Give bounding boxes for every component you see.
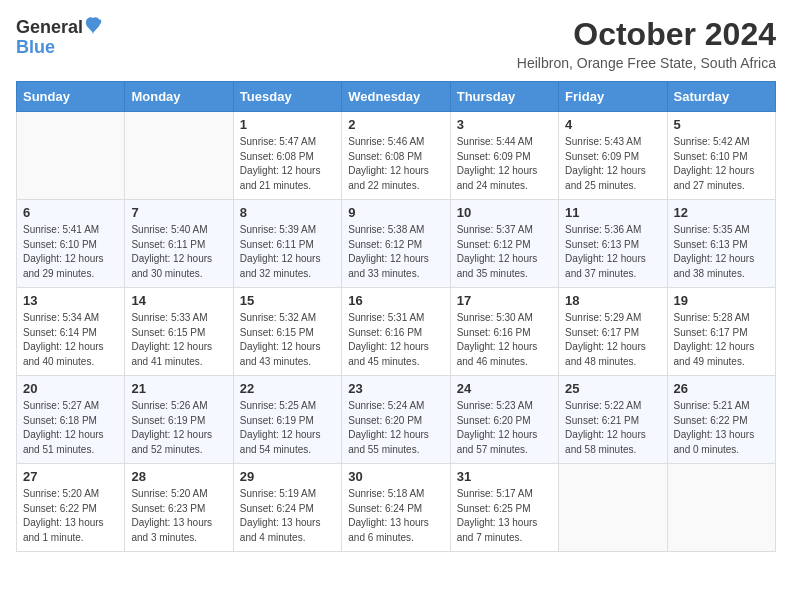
calendar-cell: 6Sunrise: 5:41 AMSunset: 6:10 PMDaylight… [17,200,125,288]
header-tuesday: Tuesday [233,82,341,112]
day-number: 13 [23,293,118,308]
day-sun-info: Sunrise: 5:35 AMSunset: 6:13 PMDaylight:… [674,223,769,281]
calendar-cell: 11Sunrise: 5:36 AMSunset: 6:13 PMDayligh… [559,200,667,288]
calendar-cell: 8Sunrise: 5:39 AMSunset: 6:11 PMDaylight… [233,200,341,288]
day-number: 25 [565,381,660,396]
day-sun-info: Sunrise: 5:26 AMSunset: 6:19 PMDaylight:… [131,399,226,457]
calendar-cell: 18Sunrise: 5:29 AMSunset: 6:17 PMDayligh… [559,288,667,376]
calendar-cell: 31Sunrise: 5:17 AMSunset: 6:25 PMDayligh… [450,464,558,552]
logo-bird-icon [84,16,102,38]
calendar-week-row: 27Sunrise: 5:20 AMSunset: 6:22 PMDayligh… [17,464,776,552]
calendar-header-row: SundayMondayTuesdayWednesdayThursdayFrid… [17,82,776,112]
day-number: 11 [565,205,660,220]
day-number: 14 [131,293,226,308]
day-number: 21 [131,381,226,396]
calendar-cell: 24Sunrise: 5:23 AMSunset: 6:20 PMDayligh… [450,376,558,464]
day-sun-info: Sunrise: 5:32 AMSunset: 6:15 PMDaylight:… [240,311,335,369]
calendar-cell: 13Sunrise: 5:34 AMSunset: 6:14 PMDayligh… [17,288,125,376]
day-sun-info: Sunrise: 5:36 AMSunset: 6:13 PMDaylight:… [565,223,660,281]
calendar-cell: 27Sunrise: 5:20 AMSunset: 6:22 PMDayligh… [17,464,125,552]
calendar-cell: 10Sunrise: 5:37 AMSunset: 6:12 PMDayligh… [450,200,558,288]
day-number: 17 [457,293,552,308]
calendar-cell: 28Sunrise: 5:20 AMSunset: 6:23 PMDayligh… [125,464,233,552]
calendar-cell [559,464,667,552]
day-number: 16 [348,293,443,308]
day-sun-info: Sunrise: 5:22 AMSunset: 6:21 PMDaylight:… [565,399,660,457]
day-sun-info: Sunrise: 5:17 AMSunset: 6:25 PMDaylight:… [457,487,552,545]
day-number: 29 [240,469,335,484]
day-number: 12 [674,205,769,220]
day-sun-info: Sunrise: 5:34 AMSunset: 6:14 PMDaylight:… [23,311,118,369]
day-sun-info: Sunrise: 5:24 AMSunset: 6:20 PMDaylight:… [348,399,443,457]
title-area: October 2024 Heilbron, Orange Free State… [517,16,776,71]
day-sun-info: Sunrise: 5:18 AMSunset: 6:24 PMDaylight:… [348,487,443,545]
day-sun-info: Sunrise: 5:43 AMSunset: 6:09 PMDaylight:… [565,135,660,193]
calendar-cell: 21Sunrise: 5:26 AMSunset: 6:19 PMDayligh… [125,376,233,464]
calendar-cell: 1Sunrise: 5:47 AMSunset: 6:08 PMDaylight… [233,112,341,200]
header-thursday: Thursday [450,82,558,112]
day-number: 30 [348,469,443,484]
day-number: 27 [23,469,118,484]
day-number: 28 [131,469,226,484]
day-number: 20 [23,381,118,396]
day-sun-info: Sunrise: 5:44 AMSunset: 6:09 PMDaylight:… [457,135,552,193]
day-sun-info: Sunrise: 5:41 AMSunset: 6:10 PMDaylight:… [23,223,118,281]
calendar-cell [125,112,233,200]
calendar-cell: 20Sunrise: 5:27 AMSunset: 6:18 PMDayligh… [17,376,125,464]
header-sunday: Sunday [17,82,125,112]
page-header: General Blue October 2024 Heilbron, Oran… [16,16,776,71]
calendar-cell: 14Sunrise: 5:33 AMSunset: 6:15 PMDayligh… [125,288,233,376]
calendar-cell: 12Sunrise: 5:35 AMSunset: 6:13 PMDayligh… [667,200,775,288]
day-sun-info: Sunrise: 5:27 AMSunset: 6:18 PMDaylight:… [23,399,118,457]
day-sun-info: Sunrise: 5:25 AMSunset: 6:19 PMDaylight:… [240,399,335,457]
calendar-cell: 26Sunrise: 5:21 AMSunset: 6:22 PMDayligh… [667,376,775,464]
calendar-cell: 9Sunrise: 5:38 AMSunset: 6:12 PMDaylight… [342,200,450,288]
calendar-cell: 7Sunrise: 5:40 AMSunset: 6:11 PMDaylight… [125,200,233,288]
logo-general-text: General [16,18,83,36]
day-sun-info: Sunrise: 5:30 AMSunset: 6:16 PMDaylight:… [457,311,552,369]
day-number: 8 [240,205,335,220]
day-number: 26 [674,381,769,396]
calendar-cell: 5Sunrise: 5:42 AMSunset: 6:10 PMDaylight… [667,112,775,200]
calendar-week-row: 6Sunrise: 5:41 AMSunset: 6:10 PMDaylight… [17,200,776,288]
calendar-cell [17,112,125,200]
calendar-week-row: 20Sunrise: 5:27 AMSunset: 6:18 PMDayligh… [17,376,776,464]
calendar-cell: 4Sunrise: 5:43 AMSunset: 6:09 PMDaylight… [559,112,667,200]
calendar-cell: 22Sunrise: 5:25 AMSunset: 6:19 PMDayligh… [233,376,341,464]
day-sun-info: Sunrise: 5:28 AMSunset: 6:17 PMDaylight:… [674,311,769,369]
calendar-cell: 17Sunrise: 5:30 AMSunset: 6:16 PMDayligh… [450,288,558,376]
day-number: 31 [457,469,552,484]
day-sun-info: Sunrise: 5:38 AMSunset: 6:12 PMDaylight:… [348,223,443,281]
logo-blue-text: Blue [16,37,55,57]
day-sun-info: Sunrise: 5:40 AMSunset: 6:11 PMDaylight:… [131,223,226,281]
calendar-week-row: 13Sunrise: 5:34 AMSunset: 6:14 PMDayligh… [17,288,776,376]
month-title: October 2024 [517,16,776,53]
day-sun-info: Sunrise: 5:42 AMSunset: 6:10 PMDaylight:… [674,135,769,193]
calendar-cell: 23Sunrise: 5:24 AMSunset: 6:20 PMDayligh… [342,376,450,464]
day-sun-info: Sunrise: 5:46 AMSunset: 6:08 PMDaylight:… [348,135,443,193]
calendar-cell: 25Sunrise: 5:22 AMSunset: 6:21 PMDayligh… [559,376,667,464]
calendar-cell: 3Sunrise: 5:44 AMSunset: 6:09 PMDaylight… [450,112,558,200]
day-number: 24 [457,381,552,396]
calendar-cell [667,464,775,552]
logo: General Blue [16,16,102,57]
day-number: 10 [457,205,552,220]
day-sun-info: Sunrise: 5:21 AMSunset: 6:22 PMDaylight:… [674,399,769,457]
calendar-cell: 15Sunrise: 5:32 AMSunset: 6:15 PMDayligh… [233,288,341,376]
header-saturday: Saturday [667,82,775,112]
location-subtitle: Heilbron, Orange Free State, South Afric… [517,55,776,71]
day-number: 19 [674,293,769,308]
day-number: 15 [240,293,335,308]
calendar-table: SundayMondayTuesdayWednesdayThursdayFrid… [16,81,776,552]
calendar-cell: 19Sunrise: 5:28 AMSunset: 6:17 PMDayligh… [667,288,775,376]
day-sun-info: Sunrise: 5:33 AMSunset: 6:15 PMDaylight:… [131,311,226,369]
header-wednesday: Wednesday [342,82,450,112]
day-number: 4 [565,117,660,132]
day-sun-info: Sunrise: 5:29 AMSunset: 6:17 PMDaylight:… [565,311,660,369]
day-sun-info: Sunrise: 5:19 AMSunset: 6:24 PMDaylight:… [240,487,335,545]
day-number: 23 [348,381,443,396]
day-sun-info: Sunrise: 5:23 AMSunset: 6:20 PMDaylight:… [457,399,552,457]
day-sun-info: Sunrise: 5:31 AMSunset: 6:16 PMDaylight:… [348,311,443,369]
day-number: 2 [348,117,443,132]
header-monday: Monday [125,82,233,112]
